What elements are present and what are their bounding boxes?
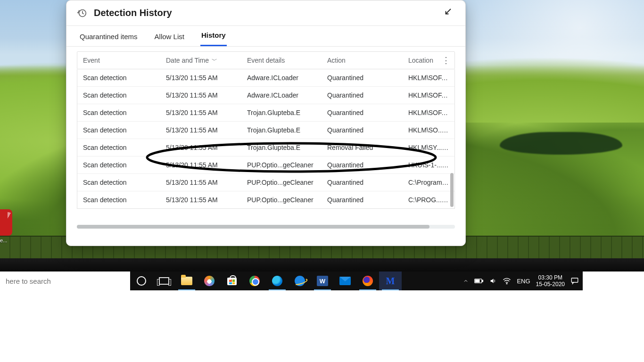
clock-date: 15-05-2020 [536, 281, 565, 288]
blank-area [583, 272, 644, 290]
cell-details: PUP.Optio...geCleaner [247, 196, 327, 204]
taskbar-search[interactable]: here to search [0, 272, 130, 290]
word-icon: W [317, 276, 328, 286]
table-row[interactable]: Scan detection 5/13/20 11:55 AM PUP.Opti… [77, 173, 454, 191]
edge-icon [272, 276, 282, 286]
wifi-icon[interactable] [503, 278, 511, 284]
column-options-icon[interactable]: ⋮ [440, 55, 452, 66]
cell-event: Scan detection [83, 109, 166, 116]
cell-details: Trojan.Glupteba.E [247, 109, 327, 116]
col-location[interactable]: Location [408, 57, 440, 64]
cell-event: Scan detection [83, 161, 166, 169]
firefox-icon [363, 276, 373, 286]
task-view-icon [159, 277, 169, 285]
cell-action: Quarantined [327, 74, 408, 82]
table-row[interactable]: Scan detection 5/13/20 11:55 AM Adware.I… [77, 86, 454, 104]
malwarebytes-icon: M [385, 276, 396, 286]
folder-icon [181, 277, 192, 285]
table-body[interactable]: Scan detection 5/13/20 11:55 AM Adware.I… [77, 69, 455, 209]
chrome-icon [249, 276, 260, 286]
chrome-button[interactable] [243, 272, 266, 290]
malwarebytes-button[interactable]: M [379, 272, 402, 290]
action-center-icon[interactable] [570, 277, 579, 285]
taskbar-clock[interactable]: 03:30 PM 15-05-2020 [536, 274, 565, 288]
tray-overflow-icon[interactable] [463, 278, 469, 284]
cell-event: Scan detection [83, 179, 166, 186]
paint-icon [204, 276, 215, 286]
system-tray: ENG 03:30 PM 15-05-2020 [459, 274, 583, 288]
table-row[interactable]: Scan detection 5/13/20 11:55 AM Adware.I… [77, 69, 454, 86]
cell-event: Scan detection [83, 74, 166, 82]
volume-icon[interactable] [489, 277, 497, 285]
desktop-shortcut-label: e... [0, 238, 13, 243]
cell-event: Scan detection [83, 144, 166, 151]
cell-location: HKLM\SO...9D1B4E} [408, 126, 449, 134]
cell-datetime: 5/13/20 11:55 AM [166, 91, 247, 99]
history-table: Event Date and Time﹀ Event details Actio… [66, 47, 465, 246]
cortana-button[interactable] [130, 272, 153, 290]
mail-button[interactable] [334, 272, 356, 290]
horizontal-scrollbar-thumb[interactable] [77, 225, 429, 229]
cell-location: HKU\S-1-...GCleaner [408, 161, 449, 169]
tab-allow-list[interactable]: Allow List [154, 28, 185, 46]
ie-button[interactable] [289, 272, 311, 290]
cell-details: PUP.Optio...geCleaner [247, 179, 327, 186]
cell-action: Quarantined [327, 126, 408, 134]
mail-icon [339, 277, 351, 285]
cell-datetime: 5/13/20 11:55 AM [166, 179, 247, 186]
table-header-row: Event Date and Time﹀ Event details Actio… [77, 51, 455, 69]
table-row[interactable]: Scan detection 5/13/20 11:55 AM Trojan.G… [77, 121, 454, 139]
cell-details: Adware.ICLoader [247, 91, 327, 99]
tab-quarantined-items[interactable]: Quarantined items [79, 28, 139, 46]
cell-details: Trojan.Glupteba.E [247, 126, 327, 134]
cell-location: HKLM\SOF...peedyca [408, 74, 449, 82]
cell-action: Quarantined [327, 196, 408, 204]
cell-location: HKLM\SOF...sktopnev [408, 91, 449, 99]
task-view-button[interactable] [153, 272, 175, 290]
table-row[interactable]: Scan detection 5/13/20 11:55 AM PUP.Opti… [77, 191, 454, 208]
table-row[interactable]: Scan detection 5/13/20 11:55 AM Trojan.G… [77, 104, 454, 121]
svg-rect-3 [482, 280, 483, 281]
battery-icon[interactable] [474, 278, 484, 284]
search-placeholder-text: here to search [6, 277, 51, 285]
store-icon [226, 275, 238, 287]
cell-location: C:\Program...v1.5.3.d [408, 179, 449, 186]
ie-icon [295, 276, 305, 286]
cortana-icon [137, 276, 146, 286]
cell-location: C:\PROG...CLEANER [408, 196, 449, 204]
firefox-button[interactable] [356, 272, 379, 290]
cell-datetime: 5/13/20 11:55 AM [166, 196, 247, 204]
svg-rect-6 [571, 278, 578, 282]
collapse-icon[interactable] [441, 5, 455, 21]
clock-time: 03:30 PM [536, 274, 565, 281]
cell-datetime: 5/13/20 11:55 AM [166, 74, 247, 82]
svg-point-5 [507, 283, 508, 284]
cell-details: Trojan.Glupteba.E [247, 144, 327, 151]
paint-button[interactable] [198, 272, 221, 290]
table-row[interactable]: Scan detection 5/13/20 11:55 AM Trojan.G… [77, 139, 454, 156]
col-datetime[interactable]: Date and Time﹀ [166, 57, 247, 65]
blank-area-below [0, 290, 644, 362]
col-action[interactable]: Action [327, 57, 408, 64]
language-indicator[interactable]: ENG [517, 278, 530, 285]
taskbar: here to search W M ENG 03:30 PM 15-05-20… [0, 272, 583, 290]
col-action-label: Action [327, 57, 346, 64]
cell-details: Adware.ICLoader [247, 74, 327, 82]
window-title: Detection History [94, 8, 172, 18]
col-event-details[interactable]: Event details [247, 57, 327, 64]
detection-history-window: Detection History Quarantined items Allo… [66, 0, 466, 246]
table-row[interactable]: Scan detection 5/13/20 11:55 AM PUP.Opti… [77, 156, 454, 173]
col-event[interactable]: Event [83, 57, 166, 64]
vertical-scrollbar-thumb[interactable] [450, 173, 454, 207]
tabs-bar: Quarantined items Allow List History [66, 26, 465, 47]
edge-button[interactable] [266, 272, 289, 290]
cell-location: HKLM\SOF...4E}|PATH [408, 109, 449, 116]
word-button[interactable]: W [311, 272, 334, 290]
file-explorer-button[interactable] [175, 272, 198, 290]
cell-datetime: 5/13/20 11:55 AM [166, 144, 247, 151]
tab-history[interactable]: History [200, 26, 227, 46]
cell-action: Quarantined [327, 109, 408, 116]
desktop-shortcut-truncated[interactable] [0, 209, 12, 236]
ms-store-button[interactable] [221, 272, 243, 290]
col-datetime-label: Date and Time [166, 57, 209, 64]
